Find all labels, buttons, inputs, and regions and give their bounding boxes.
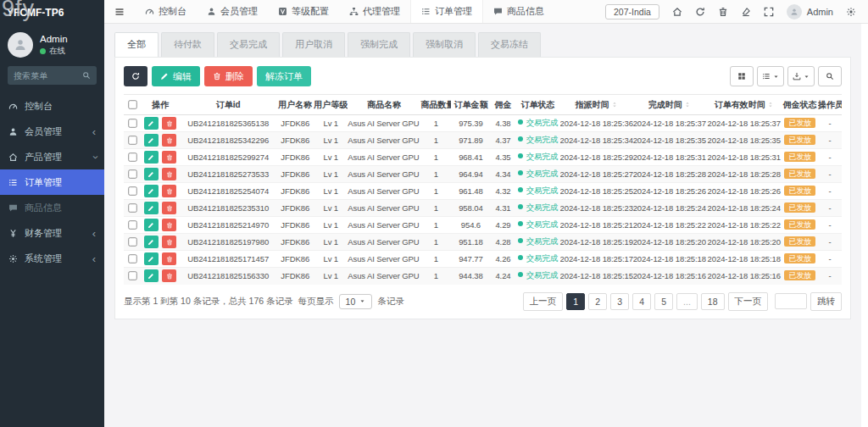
row-edit-button[interactable] (144, 202, 159, 214)
tab-3[interactable]: 用户取消 (282, 32, 345, 57)
delete-button[interactable]: 删除 (204, 66, 253, 86)
refresh-button[interactable] (124, 66, 147, 86)
column-header[interactable]: 订单有效时间 (706, 95, 782, 115)
sidebar-item-finance[interactable]: 财务管理‹ (0, 220, 104, 246)
page-button-18[interactable]: 18 (701, 293, 725, 310)
page-size-select[interactable]: 10 (339, 294, 373, 309)
region-selector[interactable]: 207-India (605, 4, 659, 19)
row-checkbox[interactable] (128, 220, 136, 229)
tab-2[interactable]: 交易完成 (217, 32, 280, 57)
sidebar-item-goods-info[interactable]: 商品信息 (0, 195, 104, 220)
page-button-1[interactable]: 1 (566, 293, 585, 310)
row-checkbox[interactable] (128, 136, 136, 144)
row-delete-button[interactable] (162, 117, 176, 130)
cell-valid-time: 2024-12-18 18:25:18 (706, 251, 782, 268)
columns-button[interactable] (757, 66, 784, 86)
row-checkbox[interactable] (128, 203, 136, 212)
sort-icon[interactable] (684, 101, 691, 108)
tab-1[interactable]: 待付款 (161, 32, 214, 57)
select-all-checkbox[interactable] (128, 100, 136, 108)
navbar-user[interactable]: Admin (787, 4, 833, 19)
jump-button[interactable]: 跳转 (810, 292, 842, 311)
row-delete-button[interactable] (162, 236, 176, 248)
row-checkbox[interactable] (128, 152, 136, 161)
row-delete-button[interactable] (162, 151, 176, 164)
row-checkbox[interactable] (128, 119, 136, 127)
page-button-2[interactable]: 2 (588, 293, 607, 310)
row-edit-button[interactable] (144, 252, 159, 265)
row-delete-button[interactable] (162, 168, 176, 180)
sort-icon[interactable] (611, 101, 618, 108)
row-checkbox[interactable] (128, 254, 136, 263)
nav-item-dashboard[interactable]: 控制台 (135, 0, 197, 23)
cell-user: JFDK86 (276, 183, 314, 200)
sidebar-toggle-button[interactable] (104, 0, 135, 23)
row-delete-button[interactable] (162, 219, 176, 231)
row-edit-button[interactable] (144, 269, 159, 282)
row-edit-button[interactable] (144, 117, 159, 130)
export-button[interactable] (787, 66, 815, 86)
page-button-5[interactable]: 5 (654, 293, 673, 310)
edit-button[interactable]: 编辑 (152, 66, 200, 86)
search-table-button[interactable] (818, 66, 842, 86)
sidebar-item-products[interactable]: 产品管理‹ (0, 144, 104, 169)
row-delete-button[interactable] (162, 269, 176, 282)
tab-5[interactable]: 强制取消 (413, 32, 476, 57)
unfreeze-orders-button[interactable]: 解冻订单 (257, 66, 311, 86)
nav-item-agents[interactable]: 代理管理 (339, 0, 410, 23)
navbar-icon-group (672, 7, 774, 17)
prev-page-button[interactable]: 上一页 (523, 292, 564, 311)
row-edit-button[interactable] (144, 168, 159, 180)
search-icon[interactable] (82, 71, 91, 80)
fullscreen-icon[interactable] (764, 7, 774, 17)
toggle-view-button[interactable] (730, 66, 754, 86)
row-delete-button[interactable] (162, 252, 176, 265)
row-edit-button[interactable] (144, 134, 159, 147)
column-header[interactable]: 完成时间 (633, 95, 706, 115)
cell-actions (141, 200, 180, 217)
row-delete-button[interactable] (162, 202, 176, 214)
page-button-3[interactable]: 3 (610, 293, 629, 310)
column-header: 佣金状态 (782, 95, 818, 115)
row-edit-button[interactable] (144, 185, 159, 197)
cell-order-id: UB2412181825342296 (180, 132, 276, 149)
row-checkbox[interactable] (128, 186, 136, 195)
row-edit-button[interactable] (144, 236, 159, 248)
sidebar-search-input[interactable] (14, 71, 82, 80)
cell-level: Lv 1 (314, 268, 348, 285)
row-edit-button[interactable] (144, 219, 159, 231)
sidebar-item-system[interactable]: 系统管理‹ (0, 246, 104, 271)
row-edit-button[interactable] (144, 151, 159, 164)
home-icon[interactable] (672, 7, 682, 17)
sidebar-item-dashboard[interactable]: 控制台 (0, 93, 104, 119)
nav-item-members[interactable]: 会员管理 (197, 0, 268, 23)
jump-page-input[interactable] (775, 293, 807, 309)
row-checkbox[interactable] (128, 237, 136, 246)
list-icon (8, 178, 18, 187)
sidebar-item-orders[interactable]: 订单管理 (0, 169, 104, 195)
app-logo[interactable]: YFCMF-TP6 (0, 0, 104, 25)
column-header[interactable]: 指派时间 (560, 95, 633, 115)
sidebar-item-members[interactable]: 会员管理‹ (0, 119, 104, 144)
cell-assign-time: 2024-12-18 18:25:27 (560, 166, 633, 183)
page-button-4[interactable]: 4 (632, 293, 651, 310)
row-delete-button[interactable] (162, 185, 176, 197)
settings-gear-icon[interactable] (846, 7, 856, 17)
cell-actions (141, 251, 180, 268)
trash-icon (213, 72, 221, 80)
row-checkbox[interactable] (128, 169, 136, 178)
row-delete-button[interactable] (162, 134, 176, 147)
nav-item-goods-info[interactable]: 商品信息 (483, 0, 554, 23)
nav-item-orders[interactable]: 订单管理 (410, 0, 483, 23)
sort-icon[interactable] (767, 101, 774, 108)
row-checkbox[interactable] (128, 272, 136, 280)
tab-6[interactable]: 交易冻结 (478, 32, 541, 57)
nav-item-levels[interactable]: 等级配置 (268, 0, 339, 23)
trash-icon[interactable] (718, 7, 728, 17)
cell-amount: 964.94 (451, 166, 490, 183)
refresh-icon[interactable] (695, 7, 705, 17)
tab-0[interactable]: 全部 (114, 32, 159, 57)
clear-cache-icon[interactable] (741, 7, 751, 17)
next-page-button[interactable]: 下一页 (728, 292, 769, 311)
tab-4[interactable]: 强制完成 (348, 32, 410, 57)
